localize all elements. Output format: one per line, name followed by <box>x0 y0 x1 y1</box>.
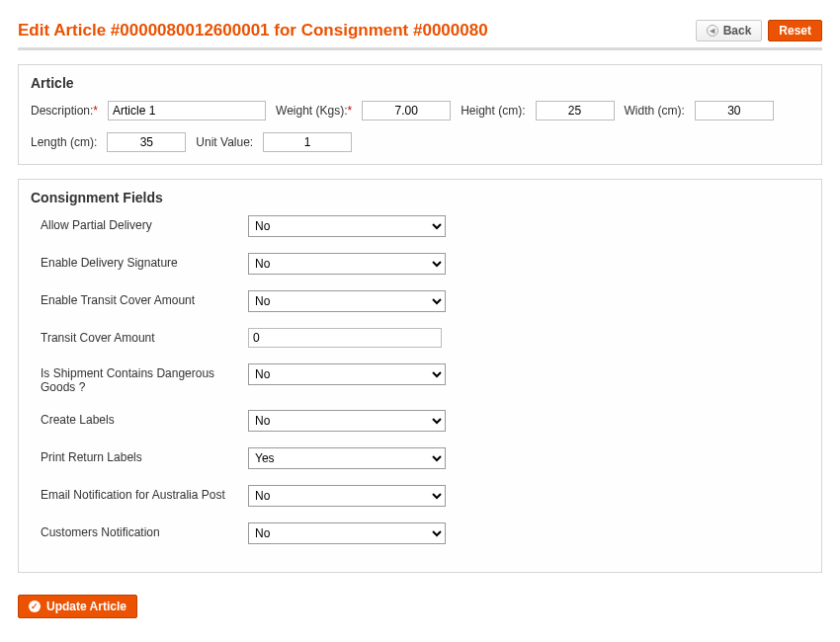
dangerous-goods-select[interactable]: No <box>248 363 446 385</box>
consignment-section-title: Consignment Fields <box>31 190 809 205</box>
print-return-labels-select[interactable]: Yes <box>248 447 446 469</box>
email-notification-label: Email Notification for Australia Post <box>41 485 248 502</box>
description-label: Description:* <box>31 104 98 118</box>
enable-transit-cover-label: Enable Transit Cover Amount <box>41 290 248 307</box>
consignment-section: Consignment Fields Allow Partial Deliver… <box>18 179 822 573</box>
unit-value-label: Unit Value: <box>196 135 253 149</box>
back-arrow-icon: ◄ <box>707 25 718 37</box>
back-button-label: Back <box>723 24 752 38</box>
length-input[interactable] <box>107 132 186 152</box>
weight-input[interactable] <box>362 101 451 120</box>
customers-notification-label: Customers Notification <box>41 522 248 539</box>
reset-button-label: Reset <box>779 24 811 38</box>
width-input[interactable] <box>695 101 774 120</box>
transit-cover-amount-label: Transit Cover Amount <box>41 328 248 345</box>
enable-transit-cover-select[interactable]: No <box>248 290 446 312</box>
print-return-labels-label: Print Return Labels <box>41 447 248 464</box>
update-article-label: Update Article <box>46 600 126 613</box>
height-input[interactable] <box>536 101 615 120</box>
update-article-button[interactable]: ✓ Update Article <box>18 595 137 618</box>
length-label: Length (cm): <box>31 135 97 149</box>
transit-cover-amount-input[interactable] <box>248 328 442 348</box>
create-labels-select[interactable]: No <box>248 410 446 432</box>
page-title: Edit Article #0000080012600001 for Consi… <box>18 21 488 40</box>
unit-value-input[interactable] <box>263 132 352 152</box>
header-divider <box>18 47 822 50</box>
width-label: Width (cm): <box>625 104 685 118</box>
weight-label: Weight (Kgs):* <box>276 104 352 118</box>
description-input[interactable] <box>108 101 266 120</box>
article-section-title: Article <box>31 75 809 91</box>
allow-partial-delivery-select[interactable]: No <box>248 215 446 237</box>
email-notification-select[interactable]: No <box>248 485 446 507</box>
create-labels-label: Create Labels <box>41 410 248 427</box>
height-label: Height (cm): <box>461 104 525 118</box>
dangerous-goods-label: Is Shipment Contains Dangerous Goods ? <box>41 363 248 394</box>
allow-partial-delivery-label: Allow Partial Delivery <box>41 215 248 232</box>
reset-button[interactable]: Reset <box>768 20 822 41</box>
enable-delivery-signature-select[interactable]: No <box>248 253 446 275</box>
enable-delivery-signature-label: Enable Delivery Signature <box>41 253 248 270</box>
article-section: Article Description:* Weight (Kgs):* Hei… <box>18 64 822 165</box>
customers-notification-select[interactable]: No <box>248 522 446 544</box>
check-icon: ✓ <box>29 601 41 612</box>
back-button[interactable]: ◄ Back <box>696 20 763 41</box>
